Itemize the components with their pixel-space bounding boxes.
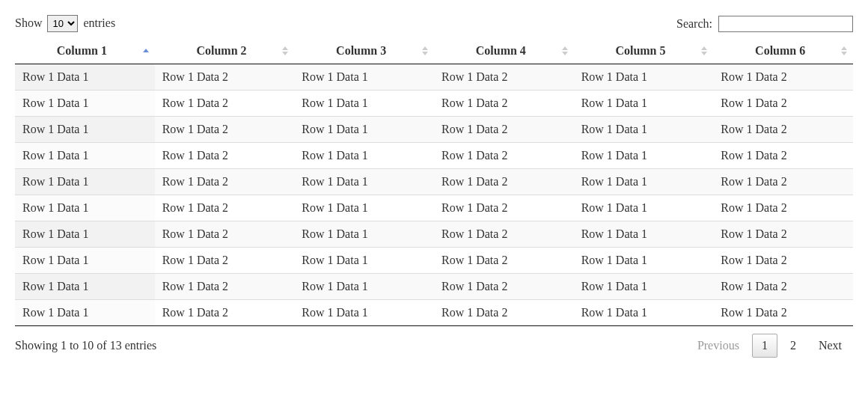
table-cell: Row 1 Data 1 [294,274,434,300]
table-cell: Row 1 Data 1 [574,274,714,300]
search-input[interactable] [718,16,853,32]
sort-asc-icon [562,46,568,50]
data-table: Column 1Column 2Column 3Column 4Column 5… [15,38,853,326]
table-cell: Row 1 Data 2 [155,274,295,300]
table-cell: Row 1 Data 1 [574,248,714,274]
table-cell: Row 1 Data 1 [15,221,155,248]
pagination: Previous12Next [686,334,853,358]
table-cell: Row 1 Data 1 [294,195,434,221]
table-cell: Row 1 Data 2 [434,64,574,91]
table-cell: Row 1 Data 2 [155,169,295,195]
sort-icon [282,46,288,55]
length-select[interactable]: 10 [47,15,78,32]
sort-icon [562,46,568,55]
table-cell: Row 1 Data 1 [15,91,155,117]
sort-desc-icon [422,52,428,55]
table-cell: Row 1 Data 2 [155,91,295,117]
column-header-2[interactable]: Column 2 [155,38,295,64]
sort-icon [422,46,428,55]
column-header-3[interactable]: Column 3 [294,38,434,64]
table-cell: Row 1 Data 1 [15,274,155,300]
table-cell: Row 1 Data 1 [574,221,714,248]
table-cell: Row 1 Data 1 [574,91,714,117]
table-cell: Row 1 Data 2 [713,274,853,300]
table-row: Row 1 Data 1Row 1 Data 2Row 1 Data 1Row … [15,300,853,326]
table-cell: Row 1 Data 1 [294,169,434,195]
header-row: Column 1Column 2Column 3Column 4Column 5… [15,38,853,64]
column-header-4[interactable]: Column 4 [434,38,574,64]
search-label: Search: [676,17,712,30]
table-cell: Row 1 Data 2 [155,195,295,221]
table-cell: Row 1 Data 1 [294,91,434,117]
table-cell: Row 1 Data 1 [294,300,434,326]
table-cell: Row 1 Data 1 [15,117,155,143]
table-cell: Row 1 Data 2 [434,274,574,300]
column-header-label: Column 1 [57,44,107,57]
table-row: Row 1 Data 1Row 1 Data 2Row 1 Data 1Row … [15,143,853,169]
sort-icon [143,49,149,53]
table-cell: Row 1 Data 1 [15,300,155,326]
table-cell: Row 1 Data 2 [434,248,574,274]
table-body: Row 1 Data 1Row 1 Data 2Row 1 Data 1Row … [15,64,853,326]
column-header-label: Column 5 [615,44,665,57]
table-cell: Row 1 Data 1 [574,300,714,326]
table-cell: Row 1 Data 2 [434,195,574,221]
table-cell: Row 1 Data 2 [713,169,853,195]
table-row: Row 1 Data 1Row 1 Data 2Row 1 Data 1Row … [15,117,853,143]
table-cell: Row 1 Data 1 [15,195,155,221]
length-control: Show 10 entries [15,15,115,32]
table-cell: Row 1 Data 1 [294,248,434,274]
column-header-label: Column 3 [336,44,386,57]
table-cell: Row 1 Data 1 [15,248,155,274]
table-info: Showing 1 to 10 of 13 entries [15,339,156,352]
table-cell: Row 1 Data 1 [294,117,434,143]
table-cell: Row 1 Data 2 [434,169,574,195]
pagination-page-1[interactable]: 1 [752,334,777,358]
table-cell: Row 1 Data 1 [294,221,434,248]
table-cell: Row 1 Data 2 [713,117,853,143]
table-cell: Row 1 Data 1 [574,195,714,221]
table-cell: Row 1 Data 2 [155,248,295,274]
table-row: Row 1 Data 1Row 1 Data 2Row 1 Data 1Row … [15,221,853,248]
datatable-wrapper: Show 10 entries Search: Column 1Column 2… [15,15,853,358]
sort-asc-icon [422,46,428,50]
pagination-previous[interactable]: Previous [688,334,749,358]
column-header-6[interactable]: Column 6 [713,38,853,64]
table-cell: Row 1 Data 1 [294,64,434,91]
table-cell: Row 1 Data 1 [574,143,714,169]
sort-desc-icon [841,52,847,55]
column-header-label: Column 4 [476,44,526,57]
table-cell: Row 1 Data 2 [713,300,853,326]
sort-icon [701,46,707,55]
table-cell: Row 1 Data 2 [713,64,853,91]
table-cell: Row 1 Data 1 [15,143,155,169]
table-cell: Row 1 Data 2 [713,143,853,169]
column-header-label: Column 2 [196,44,246,57]
table-cell: Row 1 Data 1 [574,64,714,91]
table-cell: Row 1 Data 2 [155,221,295,248]
table-cell: Row 1 Data 1 [574,117,714,143]
table-row: Row 1 Data 1Row 1 Data 2Row 1 Data 1Row … [15,195,853,221]
table-cell: Row 1 Data 2 [155,143,295,169]
table-cell: Row 1 Data 1 [574,169,714,195]
sort-asc-icon [143,49,149,52]
table-cell: Row 1 Data 2 [434,117,574,143]
sort-asc-icon [701,46,707,50]
table-cell: Row 1 Data 2 [434,221,574,248]
pagination-next[interactable]: Next [809,334,852,358]
search-control: Search: [676,16,853,32]
table-cell: Row 1 Data 2 [434,91,574,117]
sort-desc-icon [701,52,707,55]
table-cell: Row 1 Data 2 [434,143,574,169]
table-cell: Row 1 Data 2 [434,300,574,326]
column-header-1[interactable]: Column 1 [15,38,155,64]
length-prefix: Show [15,16,42,29]
pagination-page-2[interactable]: 2 [780,334,806,358]
column-header-5[interactable]: Column 5 [574,38,714,64]
table-row: Row 1 Data 1Row 1 Data 2Row 1 Data 1Row … [15,91,853,117]
table-cell: Row 1 Data 2 [713,221,853,248]
table-row: Row 1 Data 1Row 1 Data 2Row 1 Data 1Row … [15,274,853,300]
table-row: Row 1 Data 1Row 1 Data 2Row 1 Data 1Row … [15,64,853,91]
table-cell: Row 1 Data 2 [155,64,295,91]
table-cell: Row 1 Data 2 [713,91,853,117]
